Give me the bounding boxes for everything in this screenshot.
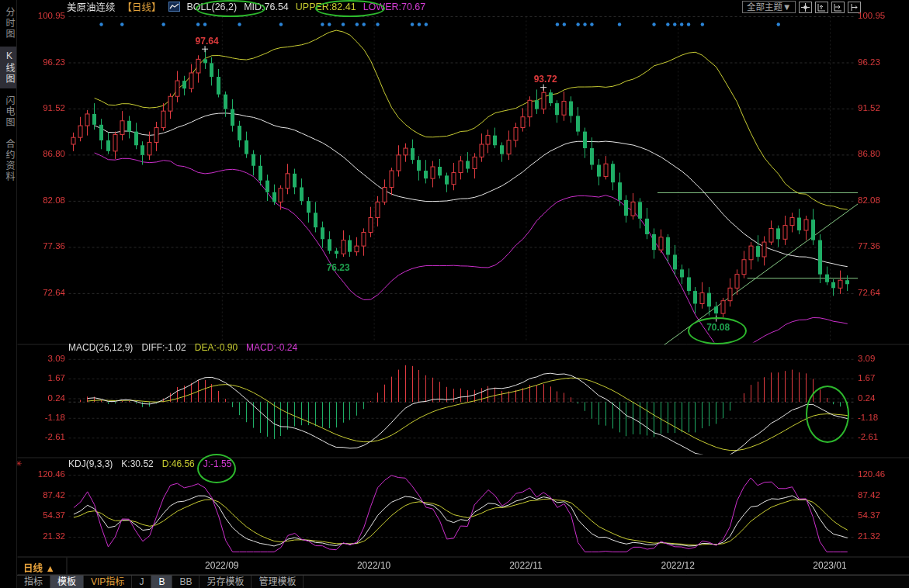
y-axis-label: 54.37 (19, 510, 65, 520)
x-axis-label: 2022/12 (661, 560, 694, 571)
price-annotation: 93.72 (534, 74, 557, 85)
y-axis-label: 82.08 (858, 195, 880, 205)
chart-canvas[interactable] (0, 0, 909, 588)
macd-panel-header: MACD(26,12,9) DIFF:-1.02 DEA:-0.90 MACD:… (68, 342, 297, 353)
y-axis-label: 87.42 (19, 490, 65, 500)
macd-value: MACD:-0.24 (246, 342, 297, 353)
period-selector[interactable]: 日线 ▲ (23, 560, 55, 575)
macd-name: MACD(26,12,9) (68, 342, 133, 353)
y-axis-label: 96.23 (19, 57, 65, 67)
sidebar-item-kline-chart[interactable]: K线图 (0, 47, 16, 88)
highlight-ellipse (806, 386, 849, 443)
highlight-ellipse (688, 317, 747, 344)
sidebar-item-time-chart[interactable]: 分时图 (0, 3, 16, 43)
y-axis-label: 77.36 (19, 241, 65, 251)
y-axis-label: -1.18 (19, 413, 65, 422)
y-axis-label: 91.52 (858, 103, 880, 112)
tab-save-as-template[interactable]: 另存模板 (199, 576, 252, 588)
sidebar-item-contract-info[interactable]: 合约资料 (0, 135, 16, 186)
y-axis-label: 3.09 (858, 354, 875, 363)
crosshair-move-icon[interactable] (799, 2, 812, 13)
left-sidebar: 分时图K线图闪电图合约资料 (0, 0, 17, 588)
x-axis-label: 2022/10 (357, 560, 390, 571)
zoom-x-in-icon[interactable] (815, 2, 828, 13)
y-axis-label: 0.24 (858, 393, 875, 403)
y-axis-label: -1.18 (858, 413, 878, 422)
y-axis-label: 1.67 (19, 373, 65, 382)
tab-bb[interactable]: BB (172, 576, 199, 588)
triangle-up-icon: ▲ (46, 563, 55, 574)
kdj-d-value: D:46.56 (162, 458, 195, 469)
macd-diff-value: DIFF:-1.02 (141, 342, 186, 353)
y-axis-label: 91.52 (19, 103, 65, 112)
y-axis-label: 100.95 (858, 11, 885, 20)
period-tag: 【日线】 (123, 0, 161, 14)
y-axis-label: 86.80 (858, 149, 880, 158)
zoom-x-out-icon[interactable] (831, 2, 845, 13)
tab-manage-template[interactable]: 管理模板 (252, 576, 304, 588)
bottom-tab-bar: 指标模板VIP指标JBBB另存模板管理模板 (17, 575, 909, 588)
x-axis-label: 2022/09 (205, 560, 238, 571)
y-axis-label: 1.67 (858, 373, 875, 382)
y-axis-label: 72.64 (858, 288, 880, 297)
price-annotation: 97.64 (196, 36, 219, 47)
y-axis-label: 100.95 (19, 11, 65, 20)
kdj-k-value: K:30.52 (121, 458, 153, 469)
x-axis-label: 2022/11 (509, 560, 543, 571)
tab-j[interactable]: J (132, 576, 151, 588)
price-annotation: 76.23 (327, 262, 350, 273)
theme-dropdown-button[interactable]: 全部主题▼ (742, 1, 796, 13)
y-axis-label: 72.64 (19, 288, 65, 297)
highlight-ellipse (315, 0, 385, 17)
y-axis-label: 120.46 (19, 469, 65, 479)
period-label: 日线 (23, 563, 43, 574)
highlight-ellipse (197, 454, 236, 483)
toolbar: 全部主题▼ (742, 1, 861, 13)
y-axis-label: 21.32 (858, 531, 880, 541)
highlight-ellipse (196, 0, 265, 17)
y-axis-label: 0.24 (19, 393, 65, 403)
y-axis-label: 82.08 (19, 195, 65, 205)
y-axis-label: -2.61 (19, 432, 65, 441)
symbol-title: 美原油连续 (67, 0, 116, 14)
y-axis-label: 86.80 (19, 149, 65, 158)
sidebar-item-lightning-chart[interactable]: 闪电图 (0, 92, 16, 132)
tab-vip-indicator[interactable]: VIP指标 (84, 576, 132, 588)
y-axis-label: 21.32 (19, 531, 65, 541)
line-chart-icon (168, 2, 180, 12)
kdj-name: KDJ(9,3,3) (68, 458, 113, 469)
y-axis-label: -2.61 (858, 432, 878, 441)
y-axis-label: 54.37 (858, 510, 880, 520)
y-axis-label: 120.46 (858, 469, 885, 479)
tab-b[interactable]: B (151, 576, 172, 588)
x-axis-label: 2023/01 (813, 560, 846, 571)
tab-indicator[interactable]: 指标 (17, 576, 50, 588)
y-axis-label: 77.36 (858, 241, 880, 251)
y-axis-label: 96.23 (858, 57, 880, 67)
y-axis-label: 3.09 (19, 354, 65, 363)
y-axis-label: 87.42 (858, 490, 880, 500)
tab-template[interactable]: 模板 (50, 576, 84, 588)
macd-dea-value: DEA:-0.90 (195, 342, 238, 353)
